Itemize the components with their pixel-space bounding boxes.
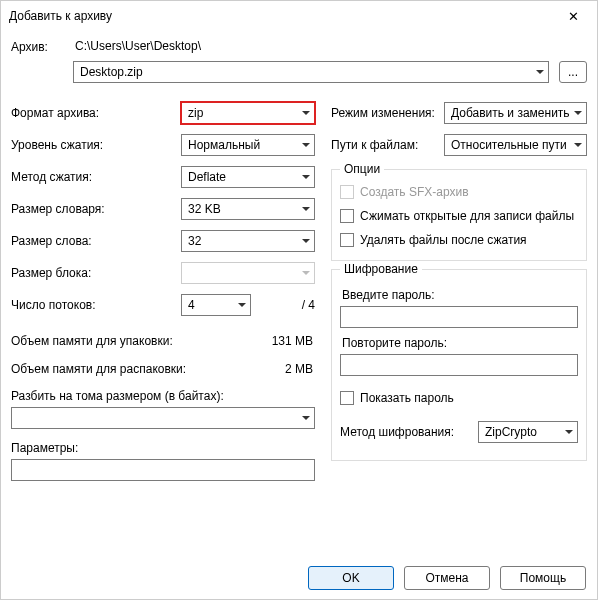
chevron-down-icon: [302, 111, 310, 115]
word-value: 32: [188, 234, 201, 248]
ellipsis-icon: ...: [568, 65, 578, 79]
sfx-checkbox: [340, 185, 354, 199]
options-legend: Опции: [340, 162, 384, 176]
method-label: Метод сжатия:: [11, 170, 181, 184]
ok-label: OK: [342, 571, 359, 585]
method-select[interactable]: Deflate: [181, 166, 315, 188]
threads-total: / 4: [251, 298, 315, 312]
chevron-down-icon: [574, 111, 582, 115]
paths-value: Относительные пути: [451, 138, 567, 152]
threads-label: Число потоков:: [11, 298, 181, 312]
level-value: Нормальный: [188, 138, 260, 152]
cancel-label: Отмена: [425, 571, 468, 585]
format-select[interactable]: zip: [181, 102, 315, 124]
footer-buttons: OK Отмена Помощь: [308, 566, 586, 590]
word-select[interactable]: 32: [181, 230, 315, 252]
encryption-group: Шифрование Введите пароль: Повторите пар…: [331, 269, 587, 461]
dictionary-label: Размер словаря:: [11, 202, 181, 216]
cancel-button[interactable]: Отмена: [404, 566, 490, 590]
chevron-down-icon: [302, 175, 310, 179]
update-mode-select[interactable]: Добавить и заменить: [444, 102, 587, 124]
encryption-legend: Шифрование: [340, 262, 422, 276]
password-label: Введите пароль:: [342, 288, 578, 302]
mem-unpack-label: Объем памяти для распаковки:: [11, 362, 285, 376]
ok-button[interactable]: OK: [308, 566, 394, 590]
password2-input[interactable]: [340, 354, 578, 376]
update-mode-label: Режим изменения:: [331, 106, 436, 120]
split-select[interactable]: [11, 407, 315, 429]
mem-pack-label: Объем памяти для упаковки:: [11, 334, 272, 348]
chevron-down-icon: [302, 143, 310, 147]
right-column: Режим изменения: Добавить и заменить Пут…: [331, 97, 587, 481]
show-password-checkbox[interactable]: [340, 391, 354, 405]
mem-unpack-value: 2 MB: [285, 362, 315, 376]
paths-select[interactable]: Относительные пути: [444, 134, 587, 156]
left-column: Формат архива: zip Уровень сжатия: Норма…: [11, 97, 315, 481]
word-label: Размер слова:: [11, 234, 181, 248]
password-input[interactable]: [340, 306, 578, 328]
update-mode-value: Добавить и заменить: [451, 106, 570, 120]
close-button[interactable]: ✕: [551, 2, 595, 30]
delete-after-checkbox[interactable]: [340, 233, 354, 247]
dictionary-select[interactable]: 32 KB: [181, 198, 315, 220]
sfx-checkbox-row: Создать SFX-архив: [340, 180, 578, 204]
method-value: Deflate: [188, 170, 226, 184]
show-password-row[interactable]: Показать пароль: [340, 386, 578, 410]
chevron-down-icon: [302, 271, 310, 275]
dictionary-value: 32 KB: [188, 202, 221, 216]
threads-select[interactable]: 4: [181, 294, 251, 316]
format-label: Формат архива:: [11, 106, 181, 120]
options-group: Опции Создать SFX-архив Сжимать открытые…: [331, 169, 587, 261]
format-value: zip: [188, 106, 203, 120]
chevron-down-icon: [238, 303, 246, 307]
chevron-down-icon: [565, 430, 573, 434]
show-password-label: Показать пароль: [360, 391, 454, 405]
chevron-down-icon: [302, 207, 310, 211]
enc-method-label: Метод шифрования:: [340, 425, 470, 439]
level-select[interactable]: Нормальный: [181, 134, 315, 156]
compress-open-checkbox-row[interactable]: Сжимать открытые для записи файлы: [340, 204, 578, 228]
threads-value: 4: [188, 298, 195, 312]
level-label: Уровень сжатия:: [11, 138, 181, 152]
window-title: Добавить к архиву: [9, 9, 112, 23]
paths-label: Пути к файлам:: [331, 138, 436, 152]
browse-button[interactable]: ...: [559, 61, 587, 83]
close-icon: ✕: [568, 10, 579, 23]
compress-open-checkbox[interactable]: [340, 209, 354, 223]
delete-after-checkbox-row[interactable]: Удалять файлы после сжатия: [340, 228, 578, 252]
help-button[interactable]: Помощь: [500, 566, 586, 590]
titlebar: Добавить к архиву ✕: [1, 1, 597, 31]
archive-label: Архив:: [11, 40, 73, 54]
password2-label: Повторите пароль:: [342, 336, 578, 350]
mem-pack-value: 131 MB: [272, 334, 315, 348]
split-label: Разбить на тома размером (в байтах):: [11, 389, 315, 403]
delete-after-label: Удалять файлы после сжатия: [360, 233, 527, 247]
enc-method-select[interactable]: ZipCrypto: [478, 421, 578, 443]
help-label: Помощь: [520, 571, 566, 585]
enc-method-value: ZipCrypto: [485, 425, 537, 439]
block-select: [181, 262, 315, 284]
params-input[interactable]: [11, 459, 315, 481]
archive-filename-value: Desktop.zip: [80, 65, 143, 79]
chevron-down-icon: [536, 70, 544, 74]
archive-path: C:\Users\User\Desktop\: [73, 39, 201, 55]
sfx-label: Создать SFX-архив: [360, 185, 469, 199]
params-label: Параметры:: [11, 441, 315, 455]
chevron-down-icon: [302, 416, 310, 420]
chevron-down-icon: [302, 239, 310, 243]
compress-open-label: Сжимать открытые для записи файлы: [360, 209, 574, 223]
chevron-down-icon: [574, 143, 582, 147]
block-label: Размер блока:: [11, 266, 181, 280]
archive-filename-select[interactable]: Desktop.zip: [73, 61, 549, 83]
